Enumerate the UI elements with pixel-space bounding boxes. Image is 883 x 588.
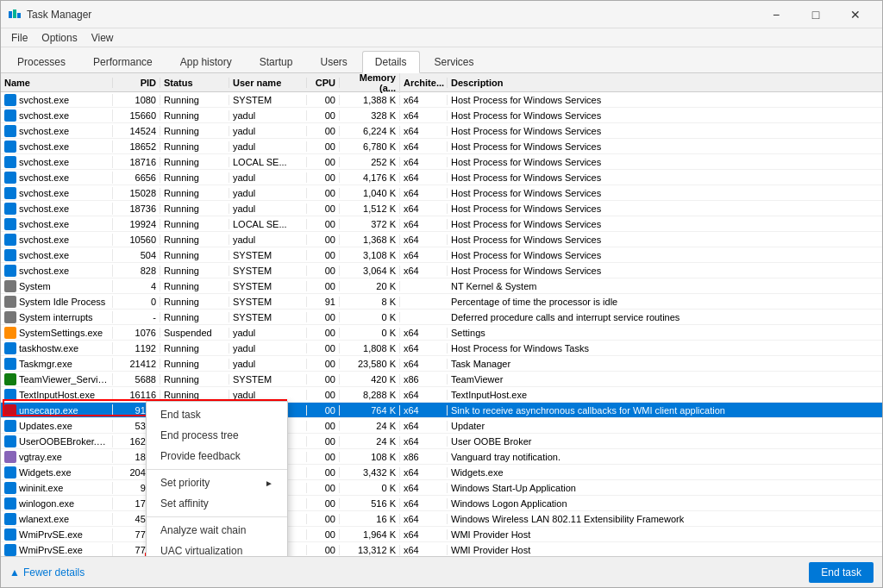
table-row[interactable]: svchost.exe 828 Running SYSTEM 00 3,064 … <box>1 263 882 278</box>
table-row[interactable]: svchost.exe 18652 Running yadul 00 6,780… <box>1 139 882 154</box>
cell-description: Percentage of time the processor is idle <box>448 297 882 307</box>
cell-cpu: 00 <box>307 405 340 416</box>
cell-status: Running <box>160 374 229 385</box>
context-menu-label: End task <box>160 409 201 421</box>
end-task-button[interactable]: End task <box>809 562 874 583</box>
cell-name: wlanext.exe <box>1 513 113 525</box>
cell-pid: 0 <box>113 297 160 307</box>
context-menu-item-end-task[interactable]: End task <box>147 404 287 425</box>
maximize-button[interactable]: □ <box>796 1 836 28</box>
table-row[interactable]: svchost.exe 10560 Running yadul 00 1,368… <box>1 232 882 247</box>
cell-cpu: 00 <box>307 374 340 385</box>
table-row[interactable]: unsecapp.exe 9152 Running yadul 00 764 K… <box>1 403 882 418</box>
menu-file[interactable]: File <box>4 30 34 46</box>
cell-cpu: 00 <box>307 203 340 214</box>
minimize-button[interactable]: − <box>756 1 796 28</box>
cell-description: Windows Wireless LAN 802.11 Extensibilit… <box>448 514 882 524</box>
col-header-arch[interactable]: Archite... <box>400 78 448 88</box>
table-row[interactable]: TeamViewer_Service.... 5688 Running SYST… <box>1 372 882 387</box>
col-header-user[interactable]: User name <box>229 78 307 88</box>
cell-name: svchost.exe <box>1 109 113 122</box>
table-row[interactable]: Widgets.exe 20460 Running yadul 00 3,432… <box>1 465 882 480</box>
context-menu-item-end-process-tree[interactable]: End process tree <box>147 425 287 446</box>
cell-memory: 1,388 K <box>340 95 400 105</box>
table-row[interactable]: svchost.exe 19924 Running LOCAL SE... 00… <box>1 216 882 232</box>
cell-memory: 8,288 K <box>340 390 400 400</box>
process-icon <box>4 529 16 541</box>
tab-services[interactable]: Services <box>422 51 487 72</box>
col-header-name[interactable]: Name <box>1 78 113 88</box>
table-row[interactable]: svchost.exe 6656 Running yadul 00 4,176 … <box>1 170 882 185</box>
table-row[interactable]: svchost.exe 18736 Running yadul 00 1,512… <box>1 201 882 216</box>
tab-startup[interactable]: Startup <box>247 51 306 72</box>
table-row[interactable]: winlogon.exe 1748 Running SYSTEM 00 516 … <box>1 496 882 511</box>
cell-pid: 15660 <box>113 110 160 121</box>
table-row[interactable]: Updates.exe 5364 Running yadul 00 24 K x… <box>1 418 882 434</box>
cell-pid: 5688 <box>113 374 160 385</box>
cell-description: Host Process for Windows Services <box>448 219 882 229</box>
table-row[interactable]: Taskmgr.exe 21412 Running yadul 00 23,58… <box>1 356 882 372</box>
cell-arch: x64 <box>400 529 448 540</box>
process-icon <box>4 234 16 246</box>
cell-cpu: 00 <box>307 498 340 509</box>
process-icon <box>4 172 16 184</box>
menu-options[interactable]: Options <box>34 30 84 46</box>
process-icon <box>4 497 16 510</box>
context-menu-item-set-priority[interactable]: Set priority► <box>147 472 287 493</box>
menu-view[interactable]: View <box>85 30 121 46</box>
table-row[interactable]: UserOOBEBroker.exe 16260 Running yadul 0… <box>1 434 882 449</box>
table-row[interactable]: svchost.exe 18716 Running LOCAL SE... 00… <box>1 154 882 170</box>
cell-user: yadul <box>229 126 307 136</box>
table-row[interactable]: System interrupts - Running SYSTEM 00 0 … <box>1 310 882 325</box>
context-menu-item-provide-feedback[interactable]: Provide feedback <box>147 446 287 466</box>
col-header-desc[interactable]: Description <box>448 78 882 88</box>
cell-memory: 0 K <box>340 483 400 493</box>
col-header-cpu[interactable]: CPU <box>307 78 340 88</box>
cell-name: unsecapp.exe <box>1 404 113 416</box>
cell-user: yadul <box>229 343 307 353</box>
cell-description: WMI Provider Host <box>448 529 882 540</box>
cell-name: System interrupts <box>1 311 113 323</box>
table-row[interactable]: System 4 Running SYSTEM 00 20 K NT Kerne… <box>1 278 882 294</box>
cell-name: winlogon.exe <box>1 497 113 510</box>
cell-pid: 504 <box>113 250 160 260</box>
table-row[interactable]: vgtray.exe 1892 Running yadul 00 108 K x… <box>1 449 882 465</box>
col-header-pid[interactable]: PID <box>113 78 160 88</box>
process-icon <box>4 156 16 168</box>
col-header-memory[interactable]: Memory (a... <box>340 73 400 93</box>
table-row[interactable]: WmiPrvSE.exe 7744 Running yadul 00 13,31… <box>1 542 882 556</box>
context-menu-item-analyze-wait-chain[interactable]: Analyze wait chain <box>147 520 287 541</box>
col-header-status[interactable]: Status <box>160 78 229 88</box>
table-row[interactable]: svchost.exe 15028 Running yadul 00 1,040… <box>1 185 882 201</box>
cell-cpu: 00 <box>307 390 340 400</box>
context-menu-item-uac-virtualization[interactable]: UAC virtualization <box>147 541 287 556</box>
chevron-up-icon: ▲ <box>9 566 20 579</box>
table-row[interactable]: wlanext.exe 4512 Running yadul 00 16 K x… <box>1 511 882 527</box>
fewer-details-button[interactable]: ▲ Fewer details <box>9 566 85 579</box>
table-row[interactable]: System Idle Process 0 Running SYSTEM 91 … <box>1 294 882 310</box>
table-row[interactable]: SystemSettings.exe 1076 Suspended yadul … <box>1 325 882 341</box>
table-row[interactable]: svchost.exe 15660 Running yadul 00 328 K… <box>1 108 882 123</box>
table-row[interactable]: WmiPrvSE.exe 7736 Running yadul 00 1,964… <box>1 527 882 542</box>
tab-details[interactable]: Details <box>362 51 420 73</box>
cell-cpu: 00 <box>307 188 340 198</box>
context-menu-item-set-affinity[interactable]: Set affinity <box>147 493 287 514</box>
cell-arch: x86 <box>400 452 448 462</box>
table-row[interactable]: svchost.exe 504 Running SYSTEM 00 3,108 … <box>1 247 882 263</box>
table-row[interactable]: svchost.exe 14524 Running yadul 00 6,224… <box>1 123 882 139</box>
cell-status: Running <box>160 95 229 105</box>
cell-memory: 3,432 K <box>340 467 400 478</box>
tab-processes[interactable]: Processes <box>4 51 78 72</box>
context-menu-label: UAC virtualization <box>160 545 242 556</box>
tab-performance[interactable]: Performance <box>80 51 166 72</box>
tab-app-history[interactable]: App history <box>167 51 245 72</box>
table-row[interactable]: wininit.exe 924 Running SYSTEM 00 0 K x6… <box>1 480 882 496</box>
cell-description: Host Process for Windows Services <box>448 157 882 167</box>
table-row[interactable]: svchost.exe 1080 Running SYSTEM 00 1,388… <box>1 92 882 108</box>
cell-arch: x64 <box>400 203 448 214</box>
close-button[interactable]: ✕ <box>836 1 875 28</box>
table-row[interactable]: TextInputHost.exe 16116 Running yadul 00… <box>1 387 882 403</box>
table-row[interactable]: taskhostw.exe 1192 Running yadul 00 1,80… <box>1 341 882 356</box>
cell-cpu: 00 <box>307 436 340 447</box>
tab-users[interactable]: Users <box>307 51 360 72</box>
